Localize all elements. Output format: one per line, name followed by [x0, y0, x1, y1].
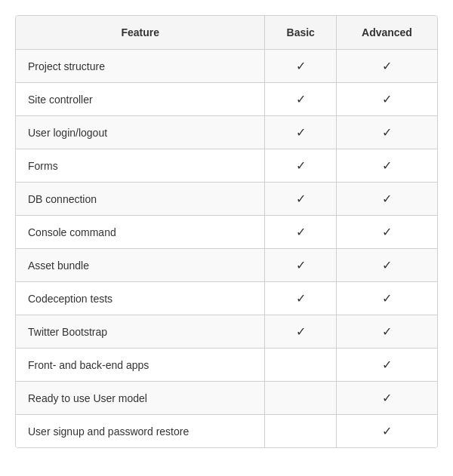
- basic-cell: ✓: [265, 315, 336, 349]
- check-icon: ✓: [382, 292, 392, 305]
- advanced-cell: ✓: [336, 415, 437, 448]
- check-icon: ✓: [296, 60, 306, 72]
- feature-cell: User login/logout: [16, 116, 265, 149]
- feature-cell: Front- and back-end apps: [16, 349, 265, 382]
- table-row: User login/logout✓✓: [16, 116, 437, 149]
- check-icon: ✓: [296, 259, 306, 272]
- check-icon: ✓: [382, 425, 392, 438]
- basic-cell: [265, 415, 336, 448]
- check-icon: ✓: [382, 325, 392, 338]
- feature-cell: Project structure: [16, 50, 265, 83]
- check-icon: ✓: [296, 192, 306, 205]
- basic-cell: [265, 382, 336, 415]
- advanced-cell: ✓: [336, 382, 437, 415]
- basic-cell: ✓: [265, 116, 336, 149]
- check-icon: ✓: [296, 126, 306, 139]
- table-row: Asset bundle✓✓: [16, 249, 437, 282]
- feature-cell: Twitter Bootstrap: [16, 315, 265, 349]
- basic-cell: [265, 349, 336, 382]
- check-icon: ✓: [382, 93, 392, 106]
- advanced-cell: ✓: [336, 183, 437, 216]
- table-row: DB connection✓✓: [16, 183, 437, 216]
- check-icon: ✓: [382, 358, 392, 371]
- check-icon: ✓: [296, 325, 306, 338]
- basic-cell: ✓: [265, 282, 336, 315]
- table-row: Project structure✓✓: [16, 50, 437, 83]
- table-row: Codeception tests✓✓: [16, 282, 437, 315]
- basic-cell: ✓: [265, 149, 336, 183]
- advanced-cell: ✓: [336, 116, 437, 149]
- advanced-cell: ✓: [336, 249, 437, 282]
- table-row: Forms✓✓: [16, 149, 437, 183]
- feature-cell: Ready to use User model: [16, 382, 265, 415]
- check-icon: ✓: [296, 226, 306, 238]
- feature-cell: Site controller: [16, 83, 265, 116]
- table-row: Console command✓✓: [16, 216, 437, 249]
- table-header-row: Feature Basic Advanced: [16, 16, 437, 50]
- feature-cell: Asset bundle: [16, 249, 265, 282]
- table-row: User signup and password restore✓: [16, 415, 437, 448]
- header-basic: Basic: [265, 16, 336, 50]
- advanced-cell: ✓: [336, 349, 437, 382]
- advanced-cell: ✓: [336, 50, 437, 83]
- check-icon: ✓: [382, 259, 392, 272]
- feature-cell: Forms: [16, 149, 265, 183]
- header-advanced: Advanced: [336, 16, 437, 50]
- check-icon: ✓: [296, 93, 306, 106]
- feature-cell: DB connection: [16, 183, 265, 216]
- basic-cell: ✓: [265, 83, 336, 116]
- basic-cell: ✓: [265, 50, 336, 83]
- advanced-cell: ✓: [336, 83, 437, 116]
- basic-cell: ✓: [265, 183, 336, 216]
- feature-cell: Console command: [16, 216, 265, 249]
- check-icon: ✓: [382, 60, 392, 72]
- advanced-cell: ✓: [336, 149, 437, 183]
- comparison-table: Feature Basic Advanced Project structure…: [15, 15, 438, 448]
- check-icon: ✓: [296, 292, 306, 305]
- check-icon: ✓: [382, 226, 392, 238]
- check-icon: ✓: [382, 192, 392, 205]
- advanced-cell: ✓: [336, 216, 437, 249]
- basic-cell: ✓: [265, 216, 336, 249]
- table-row: Ready to use User model✓: [16, 382, 437, 415]
- feature-cell: Codeception tests: [16, 282, 265, 315]
- header-feature: Feature: [16, 16, 265, 50]
- table-row: Twitter Bootstrap✓✓: [16, 315, 437, 349]
- advanced-cell: ✓: [336, 282, 437, 315]
- table-row: Site controller✓✓: [16, 83, 437, 116]
- check-icon: ✓: [382, 159, 392, 172]
- check-icon: ✓: [382, 392, 392, 404]
- advanced-cell: ✓: [336, 315, 437, 349]
- basic-cell: ✓: [265, 249, 336, 282]
- feature-cell: User signup and password restore: [16, 415, 265, 448]
- table-row: Front- and back-end apps✓: [16, 349, 437, 382]
- check-icon: ✓: [296, 159, 306, 172]
- check-icon: ✓: [382, 126, 392, 139]
